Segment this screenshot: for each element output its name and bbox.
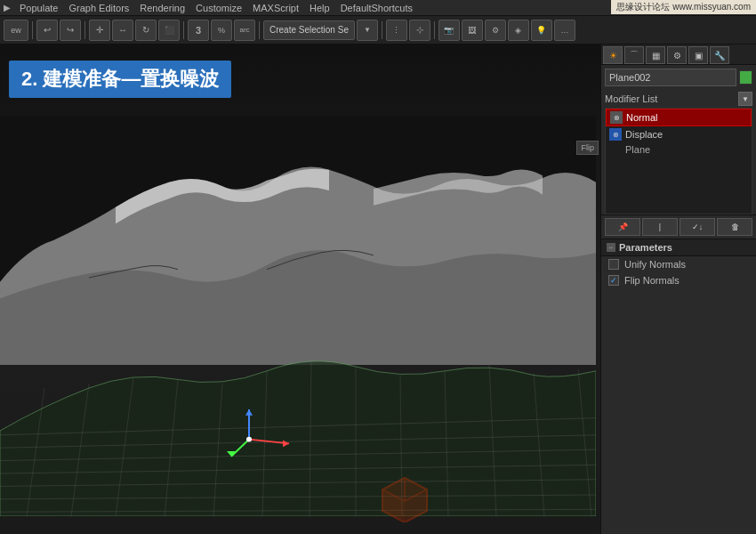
tab-display[interactable]: ☀	[603, 46, 623, 64]
num-3[interactable]: 3	[188, 20, 209, 41]
stack-item-displace[interactable]: ⊗ Displace	[606, 126, 752, 142]
percent-icon[interactable]: %	[211, 20, 232, 41]
tab-modify[interactable]: ⌒	[624, 46, 644, 64]
light-icon[interactable]: 💡	[531, 20, 552, 41]
material-icon[interactable]: ◈	[508, 20, 529, 41]
right-panel: ☀ ⌒ ▦ ⚙ ▣ 🔧 Modifier List ▼ ⊗ Normal ⊗ D…	[600, 44, 756, 534]
undo-icon[interactable]: ↩	[36, 20, 58, 41]
stack-btn-pin[interactable]: 📌	[605, 218, 640, 236]
normal-icon: ⊗	[610, 111, 623, 124]
arc-icon[interactable]: arc	[234, 20, 255, 41]
camera-icon[interactable]: 📷	[438, 20, 460, 41]
title-overlay: 2. 建模准备—置换噪波	[9, 61, 231, 98]
object-name-input[interactable]	[605, 69, 736, 86]
parameters-section: − Parameters Unify Normals ✓ Flip Normal…	[601, 239, 756, 288]
rotate-icon[interactable]: ↻	[135, 20, 157, 41]
flip-normals-row: ✓ Flip Normals	[601, 272, 756, 288]
stack-item-plane[interactable]: Plane	[606, 142, 752, 157]
object-color-swatch[interactable]	[739, 70, 752, 85]
viewport[interactable]: 2. 建模准备—置换噪波	[0, 44, 600, 534]
unify-normals-row: Unify Normals	[601, 256, 756, 272]
menu-defaultshortcuts[interactable]: DefaultShortcuts	[335, 3, 418, 13]
toolbar-sep-1	[32, 21, 33, 39]
render-icon[interactable]: 🖼	[462, 20, 483, 41]
menu-customize[interactable]: Customize	[190, 3, 247, 13]
watermark-bottom-right	[369, 469, 440, 525]
filter-icon[interactable]: ⋮	[386, 20, 407, 41]
toolbar-sep-6	[434, 21, 435, 39]
toolbar-sep-3	[183, 21, 184, 39]
displace-icon: ⊗	[609, 128, 622, 141]
panel-tabs: ☀ ⌒ ▦ ⚙ ▣ 🔧	[601, 44, 756, 65]
flip-button[interactable]: Flip	[576, 141, 599, 155]
stack-buttons: 📌 | ✓↓ 🗑	[601, 214, 756, 239]
modifier-stack: ⊗ Normal ⊗ Displace Plane	[605, 108, 752, 214]
populate-icon: ▶	[4, 3, 11, 12]
extras-icon[interactable]: …	[554, 20, 575, 41]
create-selection-button[interactable]: Create Selection Se	[263, 20, 355, 40]
parameters-header: − Parameters	[601, 239, 756, 256]
toolbar-sep-5	[382, 21, 382, 39]
toolbar-sep-2	[84, 21, 85, 39]
menu-maxscript[interactable]: MAXScript	[247, 3, 304, 13]
scale-icon[interactable]: ⬛	[158, 20, 180, 41]
stack-btn-collapse[interactable]: ✓↓	[680, 218, 715, 236]
tab-motion[interactable]: ⚙	[667, 46, 687, 64]
menu-help[interactable]: Help	[304, 3, 335, 13]
stack-btn-make-unique[interactable]: |	[642, 218, 678, 236]
params-collapse-button[interactable]: −	[607, 243, 615, 252]
watermark-top: 思缘设计论坛 www.missyuan.com	[611, 0, 756, 14]
modifier-list-label: Modifier List	[605, 93, 736, 104]
toolbar: ew ↩ ↪ ✛ ↔ ↻ ⬛ 3 % arc Create Selection …	[0, 16, 756, 44]
dropdown-arrow-icon[interactable]: ▼	[357, 20, 378, 41]
terrain-wireframe	[0, 303, 596, 516]
main-content: 2. 建模准备—置换噪波	[0, 44, 756, 534]
stack-item-normal[interactable]: ⊗ Normal	[606, 109, 752, 126]
modifier-list-dropdown[interactable]: ▼	[738, 92, 752, 106]
parameters-title: Parameters	[619, 242, 672, 253]
tab-utilities[interactable]: 🔧	[710, 46, 729, 64]
flip-normals-label: Flip Normals	[624, 275, 680, 286]
normal-label: Normal	[626, 112, 657, 123]
tab-display2[interactable]: ▣	[688, 46, 708, 64]
toolbar-sep-4	[259, 21, 260, 39]
menu-graph-editors[interactable]: Graph Editors	[63, 3, 134, 13]
unify-normals-checkbox[interactable]	[608, 259, 619, 270]
view-selector[interactable]: ew	[4, 20, 28, 41]
select-icon[interactable]: ✛	[89, 20, 110, 41]
menu-rendering[interactable]: Rendering	[134, 3, 190, 13]
modifier-list-row: Modifier List ▼	[601, 90, 756, 108]
snap-icon[interactable]: ⊹	[409, 20, 430, 41]
move-icon[interactable]: ↔	[112, 20, 133, 41]
displace-label: Displace	[625, 129, 663, 140]
svg-point-28	[246, 437, 252, 442]
object-name-row	[601, 65, 756, 90]
unify-normals-label: Unify Normals	[624, 259, 686, 270]
menu-populate[interactable]: Populate	[14, 3, 63, 13]
redo-icon[interactable]: ↪	[60, 20, 81, 41]
flip-normals-checkbox[interactable]: ✓	[608, 275, 619, 286]
stack-btn-delete[interactable]: 🗑	[717, 218, 752, 236]
settings-icon[interactable]: ⚙	[485, 20, 506, 41]
tab-hierarchy[interactable]: ▦	[646, 46, 665, 64]
